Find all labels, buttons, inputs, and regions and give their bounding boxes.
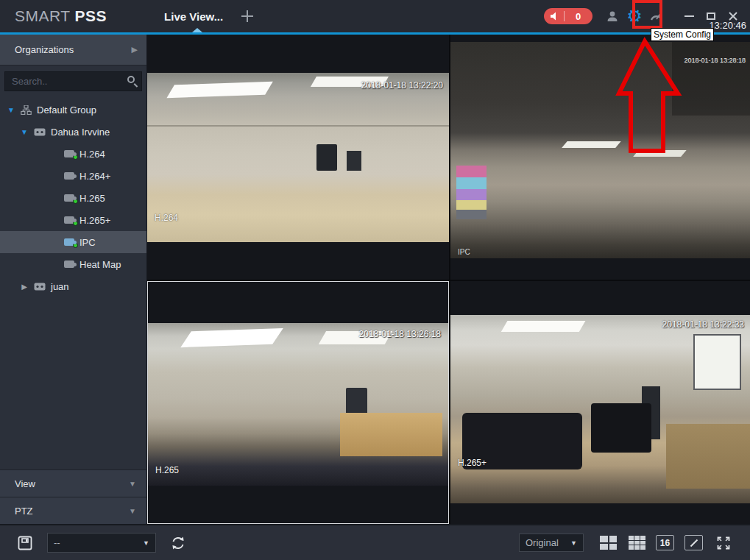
split-16-button[interactable]: 16 [656, 535, 674, 550]
chevron-down-icon: ▼ [570, 539, 577, 547]
search-input[interactable] [4, 71, 142, 91]
minimize-icon [684, 15, 694, 17]
camera-online-icon [64, 238, 74, 246]
camera-online-icon [64, 150, 74, 157]
brand-pss: PSS [75, 7, 107, 24]
scale-select-value: Original [526, 537, 570, 548]
tree-item-h264[interactable]: H.264 [0, 143, 146, 165]
tab-live-view[interactable]: Live View... [164, 10, 223, 23]
alarm-badge[interactable]: 0 [544, 8, 592, 24]
chevron-down-icon: ▼ [129, 507, 136, 515]
camera-timestamp: 2018-01-18 13:28:18 [684, 57, 746, 64]
camera-video: 2018-01-18 13:22:20 H.264 [147, 73, 449, 242]
scene-light [501, 321, 586, 332]
camera-tile-h265plus[interactable]: 2018-01-18 13:22:33 H.265+ [450, 281, 750, 524]
device-icon [34, 128, 46, 136]
view-panel-header[interactable]: View ▼ [0, 469, 146, 497]
tree-item-label: H.264 [79, 149, 105, 160]
device-icon [34, 283, 46, 291]
camera-name-overlay: IPC [458, 248, 470, 256]
scene-decoration [347, 151, 362, 171]
expander-icon[interactable]: ▼ [20, 128, 29, 136]
pen-icon [689, 538, 699, 548]
app-logo: SMART PSS [15, 7, 107, 25]
save-view-button[interactable] [15, 533, 35, 553]
fullscreen-icon [716, 536, 731, 550]
system-config-tooltip: System Config [651, 28, 714, 41]
brand-smart: SMART [15, 7, 75, 24]
camera-tile-h265[interactable]: 2018-01-18 13:26:18 H.265 [147, 281, 449, 524]
scene-decoration [672, 42, 750, 116]
tree-item-label: IPC [79, 237, 96, 248]
clock: 13:20:46 [709, 20, 746, 31]
split-4-button[interactable] [600, 536, 617, 550]
view-select[interactable]: -- ▼ [47, 533, 156, 553]
tree-item-label: H.265 [79, 193, 105, 204]
split-16-label: 16 [660, 538, 670, 548]
organizations-expand-icon: ▶ [132, 45, 138, 54]
ptz-panel-label: PTZ [15, 506, 129, 517]
tree-item-default-group[interactable]: ▼ Default Group [0, 99, 146, 121]
search-box [0, 65, 146, 96]
fullscreen-button[interactable] [713, 533, 734, 553]
scene-decoration [316, 144, 338, 171]
camera-online-icon [64, 194, 74, 202]
scene-decoration [340, 413, 442, 457]
device-tree: ▼ Default Group ▼ [0, 96, 146, 469]
tree-item-ipc[interactable]: IPC [0, 231, 146, 253]
expander-icon[interactable]: ▼ [7, 106, 15, 114]
camera-offline-icon [64, 172, 74, 180]
scene-decoration [591, 403, 651, 453]
tree-item-h265plus[interactable]: H.265+ [0, 209, 146, 231]
tree-item-h264plus[interactable]: H.264+ [0, 165, 146, 187]
camera-timestamp: 2018-01-18 13:26:18 [359, 329, 441, 339]
chevron-down-icon: ▼ [143, 539, 149, 547]
camera-tile-ipc[interactable]: 2018-01-18 13:28:18 IPC [450, 35, 750, 280]
scene-light [166, 82, 273, 99]
titlebar: SMART PSS Live View... 0 ⚙ [0, 0, 750, 32]
smartpss-window: SMART PSS Live View... 0 ⚙ [0, 0, 750, 560]
tree-item-juan[interactable]: ▶ juan [0, 275, 146, 297]
scene-light [562, 141, 621, 148]
search-icon[interactable] [127, 76, 135, 83]
maximize-icon [707, 13, 715, 20]
speaker-icon [550, 11, 560, 21]
performance-monitor-button[interactable] [645, 5, 668, 27]
organizations-header[interactable]: Organizations ▶ [0, 35, 146, 65]
tree-item-label: H.265+ [79, 215, 110, 226]
camera-online-icon [64, 216, 74, 224]
scene-light [634, 150, 687, 157]
camera-video: 2018-01-18 13:26:18 H.265 [148, 323, 448, 486]
camera-name-overlay: H.265 [155, 465, 179, 475]
tree-item-dahua-irvvine[interactable]: ▼ Dahua Irvvine [0, 121, 146, 143]
split-9-button[interactable] [629, 536, 645, 550]
user-account-button[interactable] [601, 5, 623, 27]
camera-video: 2018-01-18 13:22:33 H.265+ [450, 315, 750, 503]
camera-video: 2018-01-18 13:28:18 IPC [450, 42, 750, 258]
active-tab-pointer [192, 28, 202, 32]
minimize-button[interactable] [678, 7, 700, 26]
scene-decoration [147, 125, 449, 127]
refresh-icon [170, 535, 186, 551]
ptz-panel-header[interactable]: PTZ ▼ [0, 497, 146, 524]
refresh-button[interactable] [168, 533, 188, 553]
tree-item-h265[interactable]: H.265 [0, 187, 146, 209]
custom-split-button[interactable] [684, 535, 703, 550]
tree-item-label: Heat Map [79, 259, 121, 270]
expander-icon[interactable]: ▶ [20, 283, 29, 291]
add-tab-icon[interactable] [241, 10, 254, 23]
scene-decoration [666, 424, 750, 488]
tree-item-label: H.264+ [79, 171, 110, 182]
view-panel-label: View [15, 478, 129, 489]
tree-item-label: Dahua Irvvine [51, 127, 110, 138]
camera-timestamp: 2018-01-18 13:22:20 [361, 80, 443, 91]
camera-tile-h264[interactable]: 2018-01-18 13:22:20 H.264 [147, 35, 449, 280]
bottom-toolbar: -- ▼ Original ▼ 16 [0, 524, 750, 560]
gauge-icon [650, 11, 663, 21]
scale-select[interactable]: Original ▼ [519, 534, 584, 552]
tree-item-heat-map[interactable]: Heat Map [0, 253, 146, 275]
camera-offline-icon [64, 260, 74, 268]
camera-name-overlay: H.264 [155, 213, 178, 223]
sidebar: Organizations ▶ ▼ [0, 35, 147, 524]
system-config-button[interactable]: ⚙ [623, 5, 645, 27]
